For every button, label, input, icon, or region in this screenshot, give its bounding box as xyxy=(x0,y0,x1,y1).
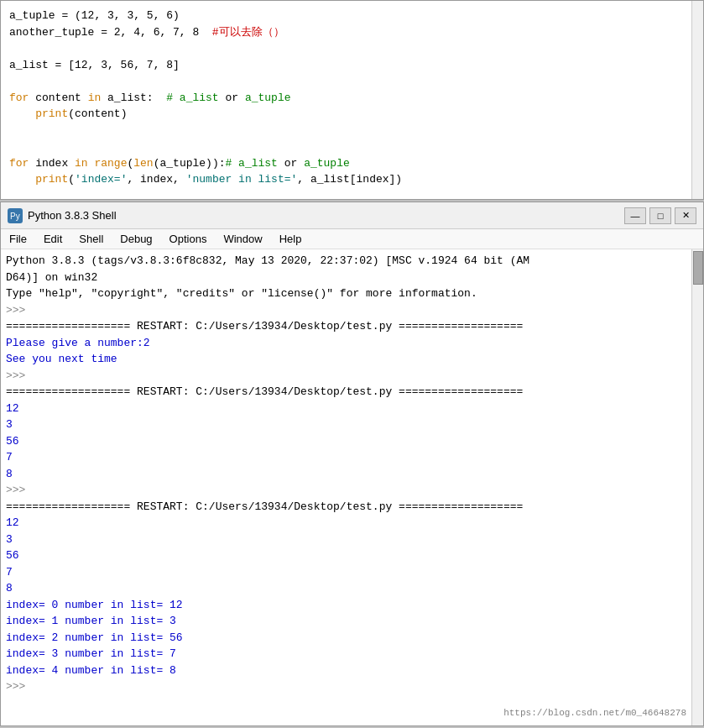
shell-content[interactable]: Python 3.8.3 (tags/v3.8.3:6f8c832, May 1… xyxy=(1,249,703,725)
header-line1: Python 3.8.3 (tags/v3.8.3:6f8c832, May 1… xyxy=(6,254,529,267)
menu-options[interactable]: Options xyxy=(166,232,211,246)
restart-line1: =================== RESTART: C:/Users/13… xyxy=(6,320,523,333)
prompt4: >>> xyxy=(6,680,25,693)
restart-line3: =================== RESTART: C:/Users/13… xyxy=(6,500,523,513)
output1-12: 12 xyxy=(6,402,19,415)
output1-7: 7 xyxy=(6,451,13,464)
watermark-area: https://blog.csdn.net/m0_46648278 xyxy=(503,704,686,721)
menu-file[interactable]: File xyxy=(6,232,30,246)
input-line: Please give a number:2 xyxy=(6,337,150,349)
editor-scrollbar[interactable] xyxy=(691,1,703,199)
prompt2: >>> xyxy=(6,369,25,382)
output1-3: 3 xyxy=(6,418,13,431)
header-line3: Type "help", "copyright", "credits" or "… xyxy=(6,287,477,300)
output2-8: 8 xyxy=(6,582,13,594)
index-line1: index= 1 number in list= 3 xyxy=(6,615,176,627)
python-icon: Py xyxy=(8,208,23,223)
shell-scrollbar[interactable] xyxy=(691,249,703,725)
output1-8: 8 xyxy=(6,468,13,480)
title-bar-left: Py Python 3.8.3 Shell xyxy=(8,208,117,223)
menu-debug[interactable]: Debug xyxy=(117,232,155,246)
close-button[interactable]: ✕ xyxy=(675,207,696,224)
code-editor[interactable]: a_tuple = (12, 3, 3, 5, 6) another_tuple… xyxy=(0,0,704,200)
index-line2: index= 2 number in list= 56 xyxy=(6,631,183,644)
header-line2: D64)] on win32 xyxy=(6,271,97,284)
menu-window[interactable]: Window xyxy=(220,232,265,246)
index-line0: index= 0 number in list= 12 xyxy=(6,599,183,611)
shell-output: Python 3.8.3 (tags/v3.8.3:6f8c832, May 1… xyxy=(6,253,698,695)
restart-line2: =================== RESTART: C:/Users/13… xyxy=(6,385,523,398)
output2-3: 3 xyxy=(6,533,13,546)
menu-edit[interactable]: Edit xyxy=(40,232,65,246)
output2-56: 56 xyxy=(6,549,19,562)
scrollbar-thumb[interactable] xyxy=(693,251,703,285)
code-content: a_tuple = (12, 3, 3, 5, 6) another_tuple… xyxy=(9,8,695,188)
output2-7: 7 xyxy=(6,566,13,579)
menu-bar: File Edit Shell Debug Options Window Hel… xyxy=(1,229,703,249)
svg-text:Py: Py xyxy=(10,212,20,221)
index-line3: index= 3 number in list= 7 xyxy=(6,647,176,660)
output2-12: 12 xyxy=(6,516,19,529)
menu-shell[interactable]: Shell xyxy=(76,232,107,246)
title-controls: — □ ✕ xyxy=(624,207,696,224)
prompt1: >>> xyxy=(6,304,25,317)
shell-window: Py Python 3.8.3 Shell — □ ✕ File Edit Sh… xyxy=(0,202,704,726)
watermark-text: https://blog.csdn.net/m0_46648278 xyxy=(503,708,686,718)
output1-56: 56 xyxy=(6,435,19,448)
shell-title: Python 3.8.3 Shell xyxy=(28,209,117,222)
minimize-button[interactable]: — xyxy=(624,207,646,224)
title-bar: Py Python 3.8.3 Shell — □ ✕ xyxy=(1,202,703,229)
index-line4: index= 4 number in list= 8 xyxy=(6,664,176,677)
maximize-button[interactable]: □ xyxy=(649,207,671,224)
see-you-line: See you next time xyxy=(6,353,117,365)
menu-help[interactable]: Help xyxy=(276,232,305,246)
prompt3: >>> xyxy=(6,484,25,496)
